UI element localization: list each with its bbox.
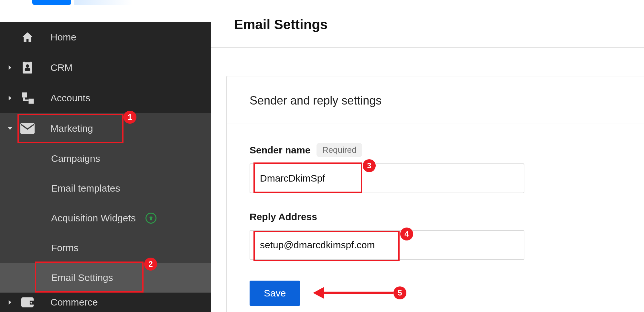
page-title: Email Settings xyxy=(232,0,644,47)
sidebar-item-label: CRM xyxy=(50,62,72,73)
svg-rect-1 xyxy=(25,61,30,62)
settings-card: Sender and reply settings Sender name Re… xyxy=(226,76,644,312)
reply-address-field: Reply Address 4 xyxy=(250,211,623,260)
sender-name-input[interactable] xyxy=(250,163,524,193)
sidebar-item-commerce[interactable]: Commerce xyxy=(0,293,211,312)
chevron-right-icon xyxy=(7,300,13,305)
sidebar-item-label: Home xyxy=(50,32,76,43)
contact-card-icon xyxy=(20,61,35,75)
chevron-down-icon xyxy=(7,126,13,131)
wallet-icon xyxy=(20,296,35,308)
top-blue-fade xyxy=(74,0,133,5)
sidebar-item-label: Campaigns xyxy=(51,153,100,164)
sidebar: ▶ Home CRM Accounts xyxy=(0,0,211,312)
sidebar-item-crm[interactable]: CRM xyxy=(0,52,211,83)
annotation-arrow-line xyxy=(324,292,393,294)
sidebar-sub-acquisition-widgets[interactable]: Acquisition Widgets xyxy=(0,203,211,233)
sidebar-item-home[interactable]: ▶ Home xyxy=(0,22,211,52)
top-bar-blank xyxy=(0,0,211,22)
svg-point-2 xyxy=(26,64,29,68)
sidebar-sub-email-settings[interactable]: Email Settings 2 xyxy=(0,263,211,293)
sidebar-item-label: Email templates xyxy=(51,183,120,194)
reply-address-label: Reply Address xyxy=(250,211,317,222)
reply-address-input[interactable] xyxy=(250,230,524,260)
svg-point-9 xyxy=(30,302,32,304)
sidebar-sub-forms[interactable]: Forms xyxy=(0,233,211,263)
home-icon xyxy=(20,31,35,44)
sidebar-sub-email-templates[interactable]: Email templates xyxy=(0,173,211,203)
sidebar-item-label: Commerce xyxy=(50,297,98,308)
sidebar-item-label: Accounts xyxy=(50,93,90,104)
annotation-badge-5: 5 xyxy=(393,286,406,299)
sidebar-item-marketing[interactable]: Marketing 1 xyxy=(0,113,211,144)
envelope-icon xyxy=(20,123,35,134)
sender-name-label: Sender name xyxy=(250,145,310,156)
sidebar-item-label: Forms xyxy=(51,242,79,253)
chevron-right-icon xyxy=(7,65,13,70)
chevron-right-icon xyxy=(7,96,13,100)
divider xyxy=(211,47,644,48)
hierarchy-icon xyxy=(20,92,35,105)
upgrade-icon xyxy=(145,213,156,224)
svg-rect-4 xyxy=(22,93,27,98)
svg-rect-3 xyxy=(25,68,30,71)
sidebar-item-label: Acquisition Widgets xyxy=(51,213,136,224)
annotation-arrow-head xyxy=(313,287,324,299)
sidebar-item-label: Marketing xyxy=(50,123,93,134)
top-blue-pill xyxy=(32,0,71,5)
sidebar-sub-campaigns[interactable]: Campaigns xyxy=(0,144,211,173)
svg-rect-5 xyxy=(29,99,34,104)
sidebar-item-label: Email Settings xyxy=(51,272,113,283)
sender-name-field: Sender name Required 3 xyxy=(250,143,623,193)
card-title: Sender and reply settings xyxy=(227,76,644,124)
sidebar-item-accounts[interactable]: Accounts xyxy=(0,83,211,113)
required-pill: Required xyxy=(317,143,362,157)
save-button[interactable]: Save xyxy=(250,281,300,306)
main-content: Email Settings Sender and reply settings… xyxy=(211,0,644,312)
